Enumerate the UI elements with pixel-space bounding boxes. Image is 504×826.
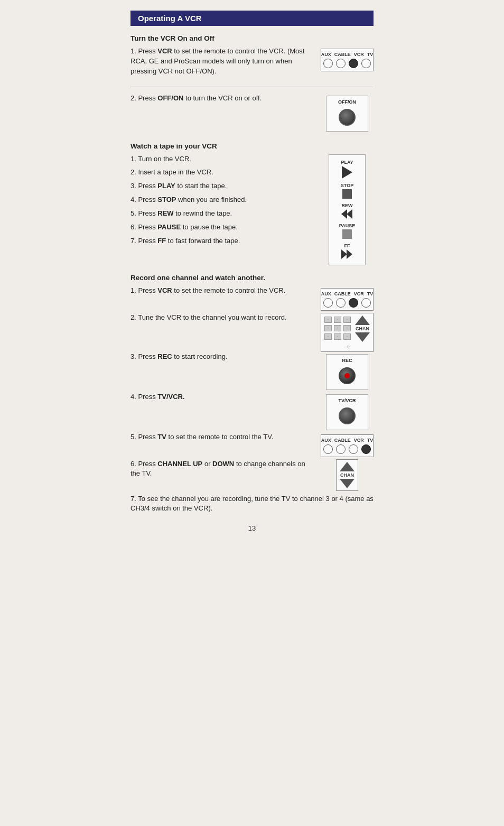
- section3-step6-row: 6. Press CHANNEL UP or DOWN to change ch…: [130, 459, 374, 491]
- tvvcr-label: TV/VCR: [338, 398, 356, 403]
- page-container: Operating A VCR Turn the VCR On and Off …: [125, 0, 379, 543]
- rew-label: REW: [342, 203, 353, 208]
- offon-label: OFF/ON: [338, 99, 356, 105]
- section3-chan-keypad: · · · · · · · · · CHAN: [321, 313, 374, 352]
- rec-label: REC: [342, 358, 352, 363]
- section3-step6-text: 6. Press CHANNEL UP or DOWN to change ch…: [130, 459, 315, 483]
- step-2-4: 4. Press STOP when you are finished.: [130, 195, 315, 205]
- section1-offon-icon: OFF/ON: [321, 94, 374, 134]
- label-vcr-3: VCR: [354, 438, 364, 443]
- section-watch-tape: Watch a tape in your VCR 1. Turn on the …: [130, 142, 374, 265]
- step-num: 2. Press: [130, 94, 157, 102]
- chan-down-arrow[interactable]: [355, 332, 370, 342]
- rec-dot: [344, 373, 350, 378]
- section3-title: Record one channel and watch another.: [130, 274, 374, 282]
- section2-vcr-buttons: PLAY STOP REW PAUSE: [321, 154, 374, 265]
- label-aux-3: AUX: [321, 438, 331, 443]
- section3-step3-text: 3. Press REC to start recording.: [130, 352, 315, 366]
- btn-tv-3[interactable]: [361, 444, 371, 454]
- remote-labels-2: AUX CABLE VCR TV: [321, 291, 374, 296]
- section1-remote-selector: AUX CABLE VCR TV: [321, 47, 374, 73]
- step-3-4: 4. Press TV/VCR.: [130, 392, 315, 402]
- label-cable-2: CABLE: [334, 291, 351, 296]
- section3-step2-row: 2. Tune the VCR to the channel you want …: [130, 313, 374, 352]
- play-icon[interactable]: [342, 166, 352, 179]
- keypad-extra: · ○: [344, 344, 350, 349]
- chan-down-2[interactable]: [340, 479, 354, 488]
- remote-buttons-row-3: [323, 444, 371, 454]
- offon-box: OFF/ON: [326, 96, 368, 132]
- section-record-channel: Record one channel and watch another. 1.…: [130, 274, 374, 514]
- btn-aux[interactable]: [323, 59, 333, 68]
- section1-step1-row: 1. Press VCR to set the remote to contro…: [130, 47, 374, 80]
- section3-step4-row: 4. Press TV/VCR. TV/VCR: [130, 392, 374, 432]
- btn-vcr-2[interactable]: [349, 298, 358, 308]
- tvvcr-button[interactable]: [339, 407, 356, 424]
- key-2[interactable]: ·: [334, 317, 341, 323]
- section1-title: Turn the VCR On and Off: [130, 34, 374, 42]
- key-7[interactable]: ·: [324, 333, 332, 340]
- rec-button[interactable]: [339, 367, 356, 384]
- chan-label-2: CHAN: [340, 472, 354, 478]
- key-3[interactable]: ·: [343, 317, 351, 323]
- divider-1: [130, 87, 374, 87]
- chan-arrows-2: CHAN: [340, 462, 354, 488]
- remote-selector-tv: AUX CABLE VCR TV: [321, 434, 374, 457]
- key-9[interactable]: ·: [343, 333, 351, 340]
- play-label: PLAY: [341, 160, 353, 165]
- section1-step2-row: 2. Press OFF/ON to turn the VCR on or of…: [130, 94, 374, 134]
- label-vcr-2: VCR: [354, 291, 364, 296]
- label-cable: CABLE: [334, 52, 351, 57]
- pause-label: PAUSE: [339, 223, 355, 228]
- vcr-buttons-box: PLAY STOP REW PAUSE: [329, 154, 366, 265]
- section3-step4-text: 4. Press TV/VCR.: [130, 392, 315, 406]
- section3-remote-tv: AUX CABLE VCR TV: [321, 432, 374, 459]
- section3-chan-arrows-icon: CHAN: [321, 459, 374, 491]
- step-2-5: 5. Press REW to rewind the tape.: [130, 209, 315, 219]
- chan-keypad-box: · · · · · · · · · CHAN: [321, 313, 374, 352]
- key-1[interactable]: ·: [324, 317, 332, 323]
- stop-button-icon: STOP: [341, 183, 353, 200]
- section3-step5-text: 5. Press TV to set the remote to control…: [130, 432, 315, 446]
- step-2-7: 7. Press FF to fast forward the tape.: [130, 236, 315, 246]
- pause-icon[interactable]: [342, 229, 352, 239]
- page-title: Operating A VCR: [138, 14, 202, 23]
- btn-cable[interactable]: [336, 59, 346, 68]
- remote-selector-vcr: AUX CABLE VCR TV: [321, 49, 374, 71]
- section3-remote-vcr: AUX CABLE VCR TV: [321, 286, 374, 313]
- label-tv-2: TV: [367, 291, 374, 296]
- key-6[interactable]: ·: [343, 325, 351, 331]
- section1-step2-text: 2. Press OFF/ON to turn the VCR on or of…: [130, 94, 315, 107]
- label-vcr: VCR: [354, 52, 364, 57]
- key-5[interactable]: ·: [334, 325, 341, 331]
- section3-step5-row: 5. Press TV to set the remote to control…: [130, 432, 374, 459]
- btn-cable-2[interactable]: [336, 298, 346, 308]
- key-8[interactable]: ·: [334, 333, 341, 340]
- label-aux: AUX: [321, 52, 331, 57]
- rew-icon[interactable]: [341, 209, 353, 219]
- rew-button-icon: REW: [341, 203, 353, 220]
- step-1-2: 2. Press OFF/ON to turn the VCR on or of…: [130, 94, 315, 104]
- btn-cable-3[interactable]: [336, 444, 346, 454]
- section3-step2-text: 2. Tune the VCR to the channel you want …: [130, 313, 315, 327]
- section1-step1-text: 1. Press VCR to set the remote to contro…: [130, 47, 315, 80]
- step-3-6: 6. Press CHANNEL UP or DOWN to change ch…: [130, 459, 315, 479]
- btn-vcr-3[interactable]: [349, 444, 358, 454]
- btn-aux-3[interactable]: [323, 444, 333, 454]
- offon-button[interactable]: [339, 109, 356, 126]
- section3-step1-text: 1. Press VCR to set the remote to contro…: [130, 286, 315, 300]
- step-rest: to turn the VCR on or off.: [183, 94, 262, 102]
- key-4[interactable]: ·: [324, 325, 332, 331]
- btn-vcr[interactable]: [349, 59, 358, 68]
- chan-up-2[interactable]: [340, 462, 354, 471]
- chan-up-arrow[interactable]: [355, 315, 370, 325]
- stop-icon[interactable]: [342, 189, 352, 199]
- step-num: 1. Press: [130, 47, 157, 55]
- ff-icon[interactable]: [341, 249, 353, 259]
- btn-aux-2[interactable]: [323, 298, 333, 308]
- btn-tv-2[interactable]: [361, 298, 371, 308]
- step-2-3: 3. Press PLAY to start the tape.: [130, 181, 315, 191]
- stop-label: STOP: [341, 183, 353, 188]
- btn-tv[interactable]: [361, 59, 371, 68]
- section3-step1-row: 1. Press VCR to set the remote to contro…: [130, 286, 374, 313]
